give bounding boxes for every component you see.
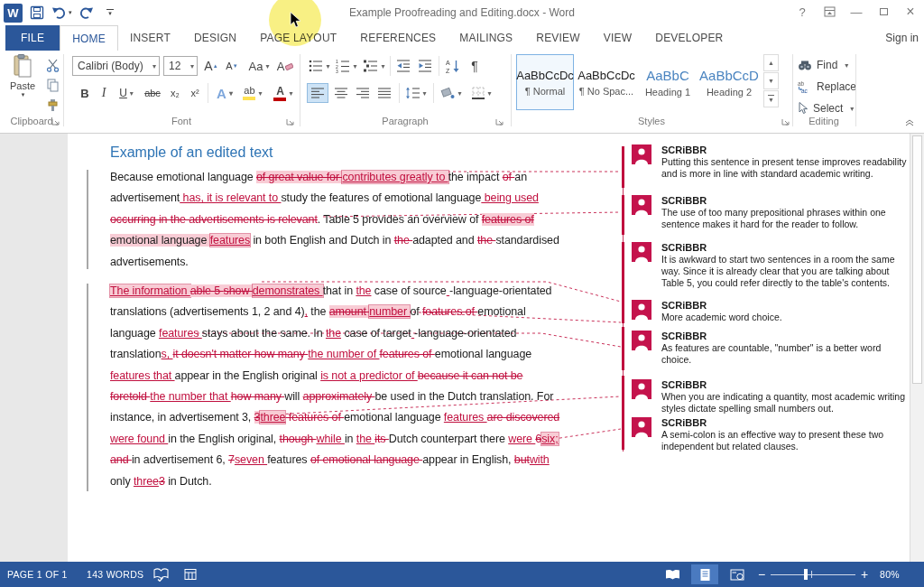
- tab-design[interactable]: DESIGN: [182, 25, 248, 51]
- word-count[interactable]: 143 WORDS: [87, 562, 143, 587]
- shrink-font-button[interactable]: A▼: [222, 56, 242, 76]
- document-line[interactable]: and in advertisement 6, 7seven features …: [110, 450, 559, 471]
- numbering-button[interactable]: 123▾: [334, 56, 359, 76]
- web-layout-button[interactable]: [724, 564, 751, 584]
- zoom-out-button[interactable]: −: [758, 562, 765, 587]
- tab-mailings[interactable]: MAILINGS: [448, 25, 524, 51]
- cut-button[interactable]: [42, 56, 63, 74]
- document-line[interactable]: advertisements.: [110, 252, 559, 273]
- document-line[interactable]: features that appear in the English orig…: [110, 366, 559, 387]
- document-line[interactable]: emotional language features in both Engl…: [110, 230, 559, 251]
- comment-card[interactable]: SCRiBBRThe use of too many prepositional…: [632, 195, 907, 230]
- close-button[interactable]: ×: [897, 0, 924, 23]
- styles-gallery-more-button[interactable]: ▼: [763, 90, 779, 107]
- read-mode-button[interactable]: [659, 564, 686, 584]
- document-line[interactable]: instance, in advertisement 3, 3three fea…: [110, 407, 559, 428]
- format-painter-button[interactable]: [42, 96, 63, 114]
- document-line[interactable]: advertisement has, it is relevant to stu…: [110, 188, 559, 209]
- align-left-button[interactable]: [307, 83, 328, 103]
- line-spacing-button[interactable]: ▾: [402, 83, 430, 103]
- tab-view[interactable]: VIEW: [592, 25, 643, 51]
- replace-button[interactable]: abac Replace: [798, 78, 856, 96]
- borders-button[interactable]: ▾: [467, 83, 496, 103]
- paragraph-2[interactable]: The information able 5 show demonstrates…: [110, 281, 559, 492]
- clear-formatting-button[interactable]: A: [274, 56, 296, 76]
- style-card-normal[interactable]: AaBbCcDc¶ Normal: [516, 54, 574, 110]
- document-line[interactable]: were found in the English original, thou…: [110, 429, 559, 450]
- customize-qat-button[interactable]: ▾: [101, 3, 119, 23]
- styles-dialog-launcher[interactable]: [781, 117, 792, 128]
- zoom-level[interactable]: 80%: [880, 562, 900, 587]
- bullets-button[interactable]: ▾: [307, 56, 332, 76]
- subscript-button[interactable]: x₂: [166, 83, 184, 103]
- increase-indent-button[interactable]: [415, 56, 435, 76]
- text-highlight-button[interactable]: ab▾: [238, 83, 267, 103]
- italic-button[interactable]: I: [96, 83, 112, 103]
- find-button[interactable]: Find▾: [798, 56, 848, 74]
- undo-button[interactable]: ▾: [51, 3, 72, 23]
- document-line[interactable]: translations, it doesn't matter how many…: [110, 344, 559, 365]
- document-line[interactable]: occurring in the advertisements is relev…: [110, 210, 559, 230]
- tab-review[interactable]: REVIEW: [524, 25, 592, 51]
- zoom-in-button[interactable]: +: [861, 562, 868, 587]
- tab-insert[interactable]: INSERT: [118, 25, 182, 51]
- style-card-heading-1[interactable]: AaBbCHeading 1: [639, 54, 697, 110]
- comment-card[interactable]: SCRiBBRPutting this sentence in present …: [632, 144, 907, 180]
- comment-card[interactable]: SCRiBBRAs features are countable, "numbe…: [632, 331, 907, 366]
- justify-button[interactable]: [374, 83, 395, 103]
- page-indicator[interactable]: PAGE 1 OF 1: [7, 562, 68, 587]
- grow-font-button[interactable]: A▲: [201, 56, 221, 76]
- document-heading[interactable]: Example of an edited text: [110, 144, 273, 161]
- minimize-button[interactable]: —: [843, 0, 870, 23]
- show-formatting-marks-button[interactable]: ¶: [466, 56, 484, 76]
- zoom-slider-track[interactable]: [771, 574, 855, 575]
- paste-button[interactable]: Paste ▾: [5, 54, 40, 116]
- align-center-button[interactable]: [330, 83, 352, 103]
- styles-scroll-down-button[interactable]: ▼: [763, 72, 779, 89]
- strikethrough-button[interactable]: abc: [141, 83, 164, 103]
- macro-recording-button[interactable]: [184, 562, 198, 587]
- text-effects-button[interactable]: A▾: [213, 83, 236, 103]
- proofing-status-button[interactable]: [153, 562, 169, 587]
- document-line[interactable]: only three3 in Dutch.: [110, 471, 559, 492]
- superscript-button[interactable]: x²: [186, 83, 204, 103]
- print-layout-button[interactable]: [691, 564, 718, 584]
- change-case-button[interactable]: Aa▾: [245, 56, 273, 76]
- align-right-button[interactable]: [352, 83, 374, 103]
- tab-developer[interactable]: DEVELOPER: [643, 25, 735, 51]
- multilevel-list-button[interactable]: ▾: [361, 56, 388, 76]
- decrease-indent-button[interactable]: [393, 56, 413, 76]
- font-size-select[interactable]: 12▾: [163, 56, 198, 76]
- help-button[interactable]: ?: [789, 0, 816, 23]
- document-line[interactable]: language features stays about the same. …: [110, 323, 559, 344]
- maximize-button[interactable]: [870, 0, 897, 23]
- tab-file[interactable]: FILE: [5, 25, 60, 51]
- style-card-no-spac[interactable]: AaBbCcDc¶ No Spac...: [578, 54, 635, 110]
- document-line[interactable]: The information able 5 show demonstrates…: [110, 281, 559, 302]
- style-card-heading-2[interactable]: AaBbCcDHeading 2: [700, 54, 758, 110]
- paragraph-dialog-launcher[interactable]: [495, 117, 506, 128]
- font-name-select[interactable]: Calibri (Body)▾: [72, 56, 160, 76]
- bold-button[interactable]: B: [76, 83, 94, 103]
- paragraph-1[interactable]: Because emotional language of great valu…: [110, 167, 559, 273]
- clipboard-dialog-launcher[interactable]: [51, 117, 62, 128]
- comment-card[interactable]: SCRiBBRA semi-colon is an effective way …: [632, 417, 907, 452]
- font-color-button[interactable]: A▾: [269, 83, 298, 103]
- comment-card[interactable]: SCRiBBRIt is awkward to start two senten…: [632, 242, 907, 289]
- sign-in-link[interactable]: Sign in: [885, 25, 919, 51]
- font-dialog-launcher[interactable]: [286, 117, 297, 128]
- comment-card[interactable]: SCRiBBRMore academic word choice.: [632, 300, 907, 323]
- document-line[interactable]: Because emotional language of great valu…: [110, 167, 559, 188]
- sort-button[interactable]: AZ: [442, 56, 464, 76]
- collapse-ribbon-button[interactable]: [901, 116, 919, 130]
- shading-button[interactable]: ▾: [437, 83, 466, 103]
- document-line[interactable]: foretold the number that how many will a…: [110, 387, 559, 407]
- underline-button[interactable]: U▾: [114, 83, 139, 103]
- ribbon-display-options-button[interactable]: [816, 0, 843, 23]
- save-button[interactable]: [28, 3, 46, 23]
- comment-card[interactable]: SCRiBBRWhen you are indicating a quantit…: [632, 379, 907, 415]
- scrollbar-thumb[interactable]: [912, 135, 922, 384]
- styles-scroll-up-button[interactable]: ▲: [763, 54, 779, 71]
- redo-button[interactable]: [78, 3, 96, 23]
- tab-references[interactable]: REFERENCES: [348, 25, 448, 51]
